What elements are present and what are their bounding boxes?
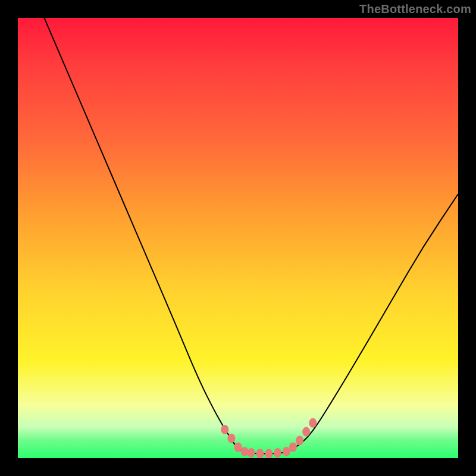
plot-area xyxy=(18,18,458,458)
chart-frame: TheBottleneck.com xyxy=(0,0,476,476)
watermark-label: TheBottleneck.com xyxy=(359,2,471,16)
heat-gradient xyxy=(18,18,458,458)
